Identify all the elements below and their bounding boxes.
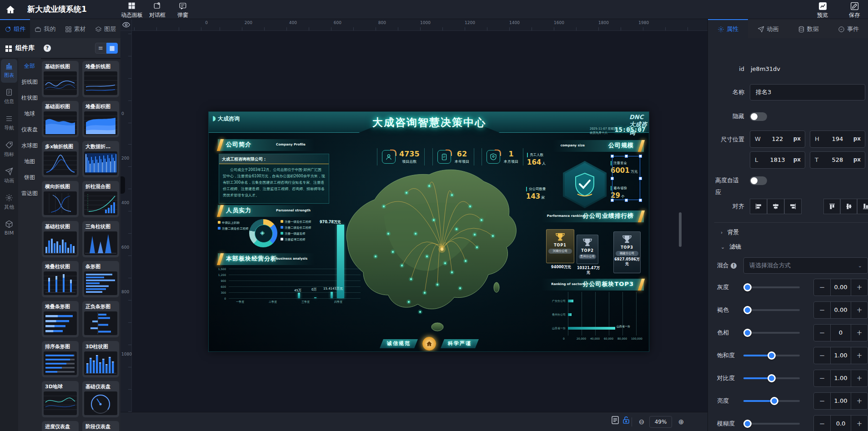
component-card-堆叠面积图[interactable]: 堆叠面积图 <box>82 101 119 137</box>
模糊度-slider[interactable] <box>743 423 800 425</box>
list-view-button[interactable]: ≡ <box>95 43 106 54</box>
selection-handle[interactable] <box>625 199 628 202</box>
component-card-3D柱状图[interactable]: 3D柱状图 <box>82 341 119 377</box>
tab-我的[interactable]: 我的 <box>30 19 60 38</box>
dashboard-preview[interactable]: ◗ 大成咨询 大成咨询智慧决策中心 DNC 大成咨询 2025-11-07 星期… <box>208 111 649 352</box>
filter-section-toggle[interactable]: ⌄滤镜 <box>721 243 741 251</box>
size-W-input[interactable]: W122px <box>750 130 805 148</box>
increment-button[interactable]: + <box>851 325 868 341</box>
component-card-大数据折…[interactable]: 大数据折… <box>82 141 119 177</box>
align-m-button[interactable] <box>840 199 857 214</box>
page-list-icon[interactable] <box>609 416 621 428</box>
top-action-save-edit-icon[interactable]: 保存 <box>840 1 868 19</box>
rail-图表[interactable]: 图表 <box>1 59 17 83</box>
饱和度-slider[interactable] <box>743 355 800 356</box>
slider-knob[interactable] <box>743 420 752 428</box>
component-card-排序条形图[interactable]: 排序条形图 <box>42 341 79 377</box>
subcat-地球[interactable]: 地球 <box>18 106 41 122</box>
component-card-横向折线图[interactable]: 横向折线图 <box>42 181 79 217</box>
increment-button[interactable]: + <box>851 370 868 386</box>
对比度-slider[interactable] <box>743 377 800 379</box>
decrement-button[interactable]: − <box>814 279 830 296</box>
decrement-button[interactable]: − <box>814 302 830 318</box>
selection-handle[interactable] <box>611 199 614 202</box>
ranking-card-TOP1[interactable]: TOP1 河南分公司 <box>546 229 574 263</box>
slider-knob[interactable] <box>743 329 752 337</box>
selection-handle[interactable] <box>611 177 614 180</box>
zoom-in-button[interactable]: ⊕ <box>675 416 687 428</box>
zoom-out-button[interactable]: ⊖ <box>636 416 647 428</box>
top-action-dialog-icon[interactable]: 对话框 <box>143 1 171 19</box>
align-b-button[interactable] <box>857 199 868 214</box>
home-icon[interactable] <box>5 5 16 15</box>
component-card-三角柱状图[interactable]: 三角柱状图 <box>82 221 119 257</box>
component-card-阶段仪表盘[interactable]: 阶段仪表盘 <box>82 421 119 431</box>
zoom-level-value[interactable]: 49% <box>649 416 672 428</box>
slider-knob[interactable] <box>768 374 776 382</box>
rail-其他[interactable]: 其他 <box>1 191 17 215</box>
decrement-button[interactable]: − <box>814 393 830 409</box>
selection-handle[interactable] <box>639 177 642 180</box>
component-card-基础仪表盘[interactable]: 基础仪表盘 <box>82 381 119 417</box>
selection-box[interactable] <box>612 156 640 200</box>
background-section-toggle[interactable]: ›背景 <box>721 228 739 236</box>
grid-view-button[interactable]: ▦ <box>106 43 118 54</box>
ranking-card-TOP2[interactable]: TOP2 贵州分公司 <box>577 235 598 264</box>
灰度-slider[interactable] <box>743 286 800 288</box>
size-L-input[interactable]: L1813px <box>750 151 805 169</box>
increment-button[interactable]: + <box>851 279 868 296</box>
size-T-input[interactable]: T528px <box>810 151 865 169</box>
panel-tab-动画[interactable]: 动画 <box>748 19 788 38</box>
name-input[interactable]: 排名3 <box>750 84 865 100</box>
canvas-vertical-scrollbar[interactable] <box>679 212 682 247</box>
selection-handle[interactable] <box>639 199 642 202</box>
editor-canvas[interactable]: 0200400600800100012001400160018001980 02… <box>120 19 707 431</box>
亮度-slider[interactable] <box>743 400 800 402</box>
decrement-button[interactable]: − <box>814 416 830 431</box>
slider-knob[interactable] <box>770 397 778 405</box>
rail-BIM[interactable]: BIM <box>1 217 17 241</box>
slider-knob[interactable] <box>768 351 776 360</box>
slider-knob[interactable] <box>743 306 752 314</box>
rail-动画[interactable]: 动画 <box>1 165 17 188</box>
component-card-3D地球[interactable]: 3D地球 <box>42 381 79 417</box>
top-action-popup-icon[interactable]: 弹窗 <box>169 1 197 19</box>
decrement-button[interactable]: − <box>814 325 830 341</box>
increment-button[interactable]: + <box>851 302 868 318</box>
subcat-全部[interactable]: 全部 <box>18 58 41 74</box>
ranking-card-TOP3[interactable]: TOP3 福建分公司 6927.0586万元 <box>613 231 641 273</box>
autofit-toggle[interactable] <box>750 176 767 185</box>
component-card-基础面积图[interactable]: 基础面积图 <box>42 101 79 137</box>
align-l-button[interactable] <box>750 199 767 214</box>
selection-handle[interactable] <box>625 155 628 158</box>
unlock-icon[interactable] <box>620 416 632 428</box>
increment-button[interactable]: + <box>851 393 868 409</box>
decrement-button[interactable]: − <box>814 370 830 386</box>
increment-button[interactable]: + <box>851 347 868 364</box>
rail-指标[interactable]: 指标 <box>1 138 17 162</box>
slider-knob[interactable] <box>743 283 752 291</box>
tab-素材[interactable]: 素材 <box>60 19 90 38</box>
decrement-button[interactable]: − <box>814 347 830 364</box>
blend-mode-select[interactable]: 请选择混合方式⌄ <box>743 257 868 274</box>
component-card-进度仪表盘[interactable]: 进度仪表盘 <box>42 421 79 431</box>
component-card-正负条形图[interactable]: 正负条形图 <box>82 301 119 337</box>
subcat-雷达图[interactable]: 雷达图 <box>18 185 41 201</box>
panel-collapse-handle[interactable] <box>120 176 125 194</box>
component-card-折柱混合图[interactable]: 折柱混合图 <box>82 181 119 217</box>
size-H-input[interactable]: H194px <box>810 130 865 148</box>
色相-slider[interactable] <box>743 332 800 334</box>
rail-信息[interactable]: 信息 <box>1 85 17 109</box>
panel-tab-事件[interactable]: 事件 <box>828 19 868 38</box>
align-c-button[interactable] <box>767 199 784 214</box>
panel-tab-数据[interactable]: 数据 <box>788 19 828 38</box>
align-r-button[interactable] <box>784 199 802 214</box>
褐色-slider[interactable] <box>743 309 800 311</box>
subcat-水球图[interactable]: 水球图 <box>18 138 41 154</box>
component-card-多x轴折线图[interactable]: 多x轴折线图 <box>42 141 79 177</box>
library-help-icon[interactable]: ? <box>44 45 51 52</box>
rail-导航[interactable]: 导航 <box>1 112 17 135</box>
selection-handle[interactable] <box>639 155 642 158</box>
align-t-button[interactable] <box>823 199 840 214</box>
selection-handle[interactable] <box>611 155 614 158</box>
